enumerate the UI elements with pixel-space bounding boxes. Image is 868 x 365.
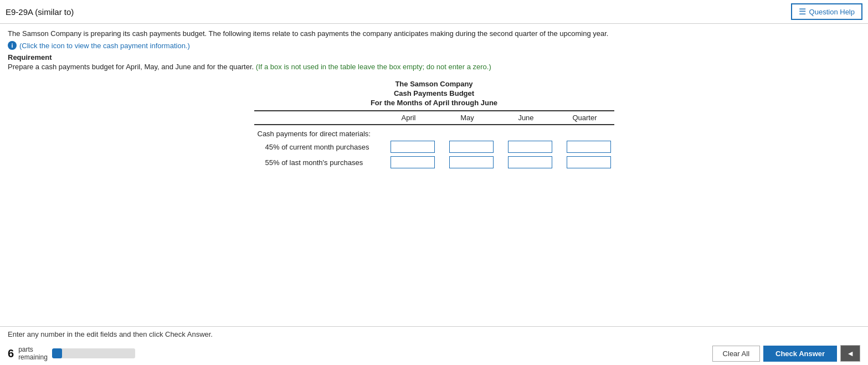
parts-remaining: 6 parts remaining (8, 346, 135, 362)
intro-text: The Samson Company is preparing its cash… (8, 29, 860, 38)
col-header-label (254, 111, 379, 125)
row1-april-input[interactable] (391, 141, 435, 153)
check-answer-button[interactable]: Check Answer (763, 346, 837, 362)
requirement-text: Prepare a cash payments budget for April… (8, 63, 860, 71)
section-header-label: Cash payments for direct materials: (254, 125, 614, 139)
section-header-row: Cash payments for direct materials: (254, 125, 614, 139)
parts-line2: remaining (18, 353, 48, 361)
clear-all-button[interactable]: Clear All (712, 346, 760, 362)
row1-quarter-input[interactable] (567, 141, 611, 153)
row1-april-cell (379, 139, 438, 155)
row2-quarter-input[interactable] (567, 156, 611, 168)
main-content: The Samson Company is preparing its cash… (0, 24, 868, 326)
info-icon: i (8, 41, 17, 50)
requirement-main: Prepare a cash payments budget for April… (8, 63, 254, 71)
progress-bar-fill (52, 348, 62, 358)
info-link-text: (Click the icon to view the cash payment… (19, 42, 190, 50)
header: E9-29A (similar to) ☰ Question Help (0, 0, 868, 24)
table-row: 45% of current month purchases (254, 139, 614, 155)
question-help-button[interactable]: ☰ Question Help (791, 3, 862, 20)
report-name: Cash Payments Budget (394, 89, 474, 97)
parts-line1: parts (18, 346, 33, 353)
col-header-may: May (438, 111, 497, 125)
footer-hint: Enter any number in the edit fields and … (8, 330, 860, 338)
row1-june-input[interactable] (508, 141, 552, 153)
page-title: E9-29A (similar to) (6, 7, 74, 17)
row1-may-input[interactable] (449, 141, 494, 153)
table-row: 55% of last month's purchases (254, 155, 614, 170)
col-header-quarter: Quarter (556, 111, 614, 125)
budget-table: April May June Quarter Cash payments for… (254, 110, 614, 170)
row2-june-cell (497, 155, 556, 170)
row2-quarter-cell (556, 155, 614, 170)
col-header-april: April (379, 111, 438, 125)
question-help-label: Question Help (809, 8, 855, 16)
row1-may-cell (438, 139, 497, 155)
requirement-label: Requirement (8, 53, 860, 61)
col-header-june: June (497, 111, 556, 125)
footer-actions: Clear All Check Answer ◄ (712, 345, 860, 362)
company-name: The Samson Company (395, 80, 472, 88)
table-section: The Samson Company Cash Payments Budget … (8, 80, 860, 170)
row2-april-input[interactable] (391, 156, 435, 168)
parts-number: 6 (8, 347, 14, 360)
row1-quarter-cell (556, 139, 614, 155)
row2-label: 55% of last month's purchases (254, 155, 379, 170)
footer-bar: 6 parts remaining Clear All Check Answer… (8, 342, 860, 365)
row2-april-cell (379, 155, 438, 170)
info-link[interactable]: i (Click the icon to view the cash payme… (8, 41, 860, 50)
row1-june-cell (497, 139, 556, 155)
footer: Enter any number in the edit fields and … (0, 326, 868, 365)
row2-june-input[interactable] (508, 156, 552, 168)
nav-arrow-button[interactable]: ◄ (840, 345, 860, 362)
row2-may-input[interactable] (449, 156, 494, 168)
parts-label: parts remaining (18, 346, 48, 362)
progress-bar (52, 348, 135, 358)
row2-may-cell (438, 155, 497, 170)
date-range: For the Months of April through June (371, 99, 497, 107)
row1-label: 45% of current month purchases (254, 139, 379, 155)
list-icon: ☰ (799, 7, 806, 17)
requirement-note: (If a box is not used in the table leave… (256, 63, 491, 71)
